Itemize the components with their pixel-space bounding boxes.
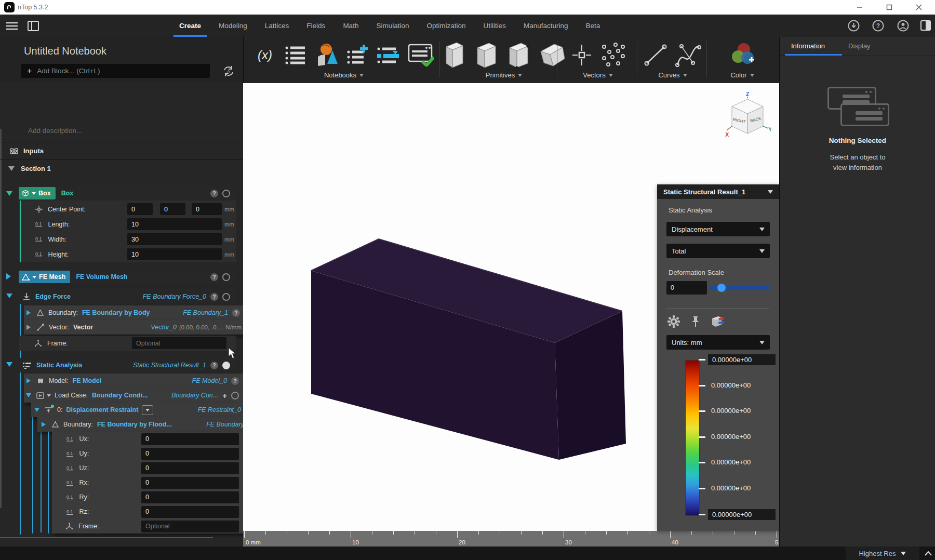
fe-mesh-header[interactable]: FE Mesh FE Volume Mesh ? xyxy=(19,270,236,284)
center-x-input[interactable]: 0 xyxy=(127,203,153,215)
edge-force-header[interactable]: Edge Force FE Boundary Force_0 ? xyxy=(19,289,236,304)
expand-icon[interactable] xyxy=(26,310,31,315)
model-value[interactable]: FE Model xyxy=(73,377,102,384)
collapse-icon[interactable] xyxy=(26,393,31,397)
deformed-shape-icon[interactable] xyxy=(711,315,725,328)
toolbar-label-curves[interactable]: Curves xyxy=(658,71,687,79)
view-cube[interactable]: Z RIGHT BACK X Y xyxy=(724,91,771,143)
length-input[interactable]: 10 xyxy=(127,218,222,230)
box-block-header[interactable]: Box Box ? xyxy=(19,186,236,201)
box-block-name[interactable]: Box xyxy=(61,190,74,197)
notebook-title[interactable]: Untitled Notebook xyxy=(24,45,106,57)
visibility-toggle[interactable] xyxy=(222,273,230,281)
deformation-scale-input[interactable]: 0 xyxy=(666,281,707,295)
edge-force-title[interactable]: Edge Force xyxy=(35,293,71,300)
help-badge[interactable]: ? xyxy=(231,377,239,385)
geometry-block-icon[interactable] xyxy=(313,43,340,68)
visibility-toggle[interactable] xyxy=(222,293,230,301)
result-panel-header[interactable]: Static Structural Result_1 xyxy=(657,184,779,199)
fe-mesh-expand-icon[interactable] xyxy=(6,273,11,279)
boundary-value[interactable]: FE Boundary by Body xyxy=(82,309,150,316)
add-block-input[interactable]: + Add Block... (Ctrl+L) xyxy=(21,64,210,78)
collapse-icon[interactable] xyxy=(8,166,15,171)
maximize-button[interactable] xyxy=(880,1,898,14)
visibility-toggle[interactable] xyxy=(222,190,230,197)
hamburger-menu-icon[interactable] xyxy=(5,21,19,31)
collapse-icon[interactable] xyxy=(34,408,39,412)
description-placeholder[interactable]: Add description... xyxy=(28,127,82,135)
add-load-case-icon[interactable]: + xyxy=(222,391,227,400)
download-icon[interactable] xyxy=(848,20,860,32)
restraint-type-dropdown[interactable] xyxy=(142,405,153,415)
box-primitive-icon[interactable] xyxy=(441,42,468,69)
fe-mesh-name[interactable]: FE Volume Mesh xyxy=(76,273,127,281)
ry-input[interactable]: 0 xyxy=(141,491,239,503)
component-dropdown[interactable]: Total xyxy=(666,244,770,258)
menu-tab-modeling[interactable]: Modeling xyxy=(210,15,256,37)
box-chip[interactable]: Box xyxy=(19,187,56,199)
visibility-toggle-on[interactable] xyxy=(222,362,230,369)
colorbar-max-input[interactable]: 0.00000e+00 xyxy=(708,354,776,365)
add-list-item-icon[interactable] xyxy=(345,43,370,68)
scrollbar[interactable] xyxy=(0,129,2,508)
menu-tab-create[interactable]: Create xyxy=(170,15,210,37)
rz-input[interactable]: 0 xyxy=(141,506,239,518)
notebook-check-icon[interactable] xyxy=(406,43,435,68)
line-curve-icon[interactable] xyxy=(642,43,669,68)
help-badge[interactable]: ? xyxy=(210,362,218,369)
point-primitive-icon[interactable] xyxy=(569,43,594,68)
settings-gear-icon[interactable] xyxy=(667,315,680,328)
tab-display[interactable]: Display xyxy=(848,37,871,55)
menu-tab-lattices[interactable]: Lattices xyxy=(256,15,298,37)
result-type-dropdown[interactable]: Displacement xyxy=(666,222,770,236)
insert-list-item-icon[interactable] xyxy=(375,43,401,68)
width-input[interactable]: 30 xyxy=(127,233,222,245)
expand-statusbar-icon[interactable] xyxy=(921,546,935,560)
inputs-section-row[interactable]: Inputs xyxy=(0,142,243,159)
auto-update-icon[interactable]: A xyxy=(222,65,235,77)
uy-input[interactable]: 0 xyxy=(141,448,239,460)
toggle-right-panel-icon[interactable] xyxy=(920,20,931,31)
ux-input[interactable]: 0 xyxy=(141,433,239,445)
toolbar-label-color[interactable]: Color xyxy=(730,71,754,79)
menu-tab-simulation[interactable]: Simulation xyxy=(367,15,418,37)
help-badge[interactable]: ? xyxy=(232,309,240,317)
toolbar-label-vectors[interactable]: Vectors xyxy=(583,71,612,79)
pin-icon[interactable] xyxy=(690,315,701,328)
deformation-scale-slider[interactable] xyxy=(709,286,770,290)
box-rounded-primitive-icon[interactable] xyxy=(473,42,500,69)
resolution-dropdown[interactable]: Highest Res xyxy=(846,546,919,560)
color-block-icon[interactable] xyxy=(728,42,756,69)
static-analysis-header[interactable]: Static Analysis Static Structural Result… xyxy=(19,358,236,372)
box-block-collapse-icon[interactable] xyxy=(6,191,12,196)
frame-input[interactable]: Optional xyxy=(141,521,239,532)
menu-tab-math[interactable]: Math xyxy=(334,15,367,37)
spline-curve-icon[interactable] xyxy=(674,43,703,68)
expand-icon[interactable] xyxy=(42,422,46,427)
tab-information[interactable]: Information xyxy=(791,37,825,55)
toolbar-label-notebooks[interactable]: Notebooks xyxy=(324,71,364,79)
section-header-row[interactable]: Section 1 xyxy=(0,160,243,177)
help-badge[interactable]: ? xyxy=(210,273,218,281)
colorbar-min-input[interactable]: 0.00000e+00 xyxy=(708,509,776,520)
fe-mesh-chip[interactable]: FE Mesh xyxy=(19,271,70,283)
menu-tab-manufacturing[interactable]: Manufacturing xyxy=(515,15,577,37)
rx-input[interactable]: 0 xyxy=(141,477,239,489)
boundary-value[interactable]: FE Boundary by Flood... xyxy=(97,421,172,428)
static-analysis-title[interactable]: Static Analysis xyxy=(36,362,82,369)
static-analysis-collapse-icon[interactable] xyxy=(6,362,12,367)
height-input[interactable]: 10 xyxy=(127,248,222,260)
visibility-toggle[interactable] xyxy=(231,392,239,399)
menu-tab-fields[interactable]: Fields xyxy=(298,15,334,37)
help-icon[interactable]: ? xyxy=(872,20,884,32)
frame-input[interactable]: Optional xyxy=(132,337,226,349)
uz-input[interactable]: 0 xyxy=(141,462,239,474)
point-cloud-icon[interactable] xyxy=(599,43,626,68)
edge-force-collapse-icon[interactable] xyxy=(6,294,12,298)
slider-handle[interactable] xyxy=(717,284,726,292)
function-block-icon[interactable]: (x) xyxy=(252,43,277,68)
box-points-primitive-icon[interactable] xyxy=(505,42,532,69)
help-badge[interactable]: ? xyxy=(210,190,218,197)
account-icon[interactable] xyxy=(897,20,909,32)
menu-tab-utilities[interactable]: Utilities xyxy=(474,15,515,37)
